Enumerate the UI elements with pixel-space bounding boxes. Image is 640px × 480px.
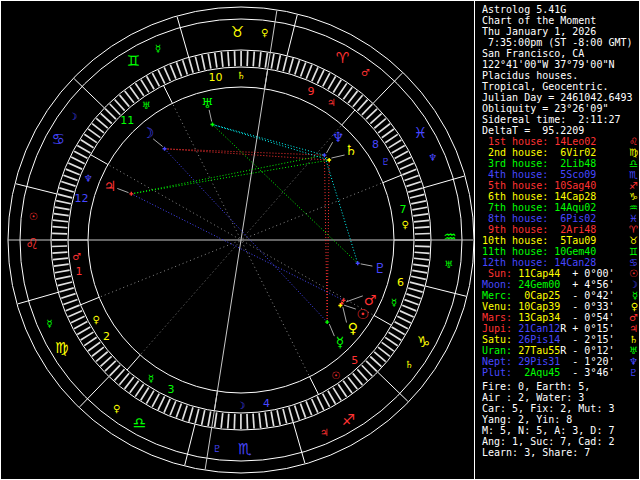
- ruler-jupi-icon: ♃: [320, 427, 329, 438]
- aspect-square: [165, 149, 330, 160]
- sign-taurus-icon: ♉: [231, 23, 244, 41]
- stat-line: Air : 2, Water: 3: [482, 392, 638, 403]
- uran-position-dot: [210, 122, 214, 126]
- sign-icon: ♎: [629, 158, 638, 169]
- header-line: Astrolog 5.41G: [482, 4, 638, 15]
- house-row: 5th house: 10Sag40♐: [482, 180, 638, 191]
- header-line: DeltaT = 95.2209: [482, 125, 638, 136]
- satu-icon: ♄: [629, 334, 638, 345]
- aspect-trine: [212, 124, 357, 263]
- plut-icon: ♇: [629, 367, 638, 378]
- aspect-trine: [131, 155, 324, 194]
- sign-icon: ♐: [629, 180, 638, 191]
- house-ruler-merc-icon: ☿: [148, 373, 154, 384]
- house-ruler-venu-icon: ♀: [402, 219, 409, 230]
- aspect-square: [327, 160, 329, 322]
- house-number-11: 11: [120, 114, 134, 127]
- satu-icon: ♄: [344, 142, 357, 158]
- house-number-4: 4: [263, 397, 270, 410]
- ruler-plut-icon: ♇: [213, 443, 222, 454]
- satu-position-dot: [327, 158, 331, 162]
- house-number-1: 1: [76, 265, 83, 278]
- house-ruler-uran-icon: ♅: [142, 100, 151, 111]
- moon-icon: ☽: [142, 125, 155, 141]
- planet-row: Uran: 27Tau55R - 0°12'♅: [482, 345, 638, 356]
- sign-leo-icon: ♌: [25, 235, 38, 253]
- jupi-icon: ♃: [104, 178, 117, 194]
- house-ruler-nept-icon: ♆: [84, 173, 93, 184]
- sign-icon: ♓: [629, 213, 638, 224]
- ruler-mars-icon: ♂: [361, 67, 370, 78]
- moon-icon: ☽: [629, 279, 638, 290]
- house-number-5: 5: [351, 354, 358, 367]
- house-ruler-mars-icon: ♂: [72, 251, 81, 262]
- ruler-satu-icon: ♄: [404, 359, 413, 370]
- stat-line: Fire: 0, Earth: 5,: [482, 381, 638, 392]
- stat-line: Car: 5, Fix: 2, Mut: 3: [482, 403, 638, 414]
- planet-row: Jupi: 21Can12R + 0°15'♃: [482, 323, 638, 334]
- merc-icon: ☿: [336, 334, 345, 350]
- planet-row: Satu: 26Pis14 - 2°15'♄: [482, 334, 638, 345]
- house-number-6: 6: [397, 276, 404, 289]
- house-row: 3rd house: 2Lib48♎: [482, 158, 638, 169]
- plut-icon: ♇: [374, 260, 387, 276]
- house-number-8: 8: [372, 138, 379, 151]
- house-ruler-jupi-icon: ♃: [327, 97, 336, 108]
- aspect-sextile: [212, 124, 324, 155]
- planet-row: Venu: 10Cap39 - 0°33'♀: [482, 301, 638, 312]
- header-line: 7:35:00pm (ST -8:00 GMT): [482, 37, 638, 48]
- sign-icon: ♑: [629, 191, 638, 202]
- planet-row: Sun: 11Cap44 + 0°00'☉: [482, 268, 638, 279]
- sign-aries-icon: ♈: [336, 49, 349, 67]
- ruler-venu-icon: ♀: [113, 403, 120, 414]
- ruler-venu-icon: ♀: [261, 27, 268, 38]
- aspect-square: [324, 155, 327, 322]
- sign-icon: ♊: [629, 246, 638, 257]
- merc-icon: ☿: [632, 290, 638, 301]
- panel-divider: [474, 1, 475, 480]
- house-ruler-satu-icon: ♄: [237, 70, 246, 81]
- sign-aquarius-icon: ♒: [443, 228, 456, 246]
- nept-position-dot: [322, 153, 326, 157]
- planet-row: Nept: 29Pis31 - 1°20'♆: [482, 356, 638, 367]
- sign-virgo-icon: ♍: [55, 339, 68, 357]
- stat-line: Yang: 2, Yin: 8: [482, 414, 638, 425]
- nept-icon: ♆: [332, 129, 345, 145]
- ruler-merc-icon: ☿: [46, 318, 52, 329]
- header-line: San Francisco, CA: [482, 48, 638, 59]
- sign-libra-icon: ♎: [133, 414, 146, 432]
- jupi-position-dot: [129, 192, 133, 196]
- aspect-opposition: [165, 149, 328, 322]
- house-row: 12th house: 14Can28♋: [482, 257, 638, 268]
- sign-pisces-icon: ♓: [413, 124, 426, 142]
- house-row: 9th house: 2Ari48♈: [482, 224, 638, 235]
- sign-capricorn-icon: ♑: [417, 333, 430, 351]
- planets-table: Sun: 11Cap44 + 0°00'☉Moon: 24Gem00 + 4°5…: [482, 268, 638, 378]
- house-ruler-sun-icon: ☉: [331, 370, 340, 381]
- sign-gemini-icon: ♊: [127, 52, 140, 70]
- sun-icon: ☉: [629, 268, 638, 279]
- house-row: 4th house: 5Sco09♏: [482, 169, 638, 180]
- house-row: 8th house: 6Pis02♓: [482, 213, 638, 224]
- house-row: 1st house: 14Leo02♌: [482, 136, 638, 147]
- ruler-nept-icon: ♆: [428, 152, 437, 163]
- planet-row: Mars: 13Cap34 - 0°54'♂: [482, 312, 638, 323]
- sign-cancer-icon: ♋: [52, 130, 65, 148]
- chart-wheel: ♈♂♉♀♊☿♋☽♌☉♍☿♎♀♏♇♐♃♑♄♒♅♓♆1♂2♀3☿4☽5☉6☿7♀8♇…: [1, 1, 481, 480]
- mars-icon: ♂: [364, 292, 377, 308]
- stats-block: Fire: 0, Earth: 5,Air : 2, Water: 3Car: …: [482, 381, 638, 458]
- sign-scorpio-icon: ♏: [238, 440, 252, 458]
- nept-icon: ♆: [629, 356, 638, 367]
- ruler-uran-icon: ♅: [444, 259, 453, 270]
- house-row: 11th house: 10Gem40♊: [482, 246, 638, 257]
- venu-icon: ♀: [348, 320, 358, 336]
- header-line: Placidus houses.: [482, 70, 638, 81]
- aspect-opposition: [131, 194, 343, 300]
- house-number-7: 7: [399, 203, 406, 216]
- header-line: 122°41'00"W 37°79'00"N: [482, 59, 638, 70]
- house-ruler-plut-icon: ♇: [381, 156, 390, 167]
- header-line: Chart of the Moment: [482, 15, 638, 26]
- ruler-sun-icon: ☉: [29, 211, 38, 222]
- aspect-trine: [131, 160, 329, 194]
- house-ruler-moon-icon: ☽: [237, 400, 246, 411]
